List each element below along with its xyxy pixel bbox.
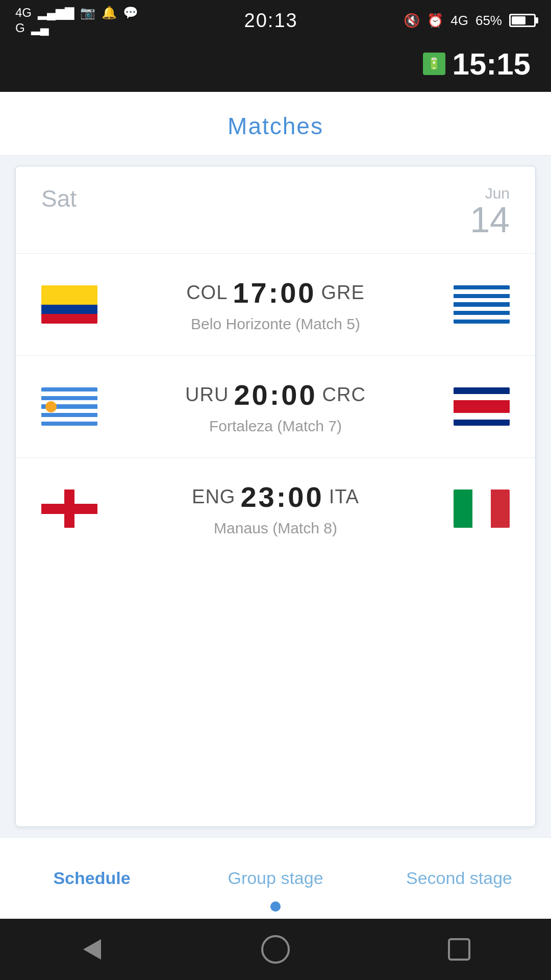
time-widget: 🔋 15:15 [0,41,551,92]
battery-percent: 65% [475,13,502,29]
system-nav [0,919,551,980]
team-left-code-1: COL [186,282,228,304]
match-row[interactable]: COL 17:00 GRE Belo Horizonte (Match 5) [16,254,535,356]
flag-greece [454,285,510,324]
team-right-code-2: CRC [322,384,366,406]
camera-icon: 📷 [80,6,95,20]
signal-icon-1: ▂▄▆▇ [38,6,74,20]
match-row[interactable]: URU 20:00 CRC Fortaleza (Match 7) [16,356,535,458]
nav-group-stage[interactable]: Group stage [184,858,367,898]
back-button[interactable] [74,932,110,967]
date-month-number: Jun 14 [470,185,510,238]
flag-colombia [41,285,97,324]
nav-second-stage[interactable]: Second stage [367,858,551,898]
match-venue-1: Belo Horizonte (Match 5) [108,315,443,333]
network-type-2: G [15,21,25,35]
network-type-right: 4G [450,13,468,29]
bottom-nav: Schedule Group stage Second stage [0,837,551,919]
page-title-bar: Matches [0,92,551,156]
status-bar: 4G ▂▄▆▇ 📷 🔔 💬 G ▂▄ 20:13 🔇 ⏰ 4G 65% [0,0,551,41]
date-day-name: Sat [41,185,77,212]
signal-icon-2: ▂▄ [31,21,49,35]
match-time-2: 20:00 [234,378,317,411]
matches-card: Sat Jun 14 COL 17:00 GRE B [15,166,536,827]
date-header: Sat Jun 14 [16,166,535,254]
network-type-1: 4G [15,6,32,20]
battery-widget-icon: 🔋 [423,53,445,75]
match-row[interactable]: ENG 23:00 ITA Manaus (Match 8) [16,458,535,559]
widget-time: 15:15 [453,46,531,82]
nav-indicator-dot [270,901,281,912]
date-number: 14 [470,200,510,240]
recent-button[interactable] [441,932,477,967]
app-content: Matches Sat Jun 14 COL 17: [0,92,551,837]
match-venue-3: Manaus (Match 8) [108,520,443,537]
battery-icon [509,14,536,27]
flag-costa-rica [454,387,510,426]
page-title: Matches [0,112,551,140]
alarm-icon: ⏰ [427,13,443,29]
status-right-icons: 🔇 ⏰ 4G 65% [404,13,536,29]
mute-icon: 🔇 [404,13,420,29]
flag-uruguay [41,387,97,426]
team-left-code-2: URU [185,384,229,406]
home-button[interactable] [258,932,293,967]
bell-icon: 🔔 [102,6,117,20]
flag-england [41,489,97,528]
status-network: 4G ▂▄▆▇ 📷 🔔 💬 G ▂▄ [15,6,138,35]
match-center-3: ENG 23:00 ITA Manaus (Match 8) [108,480,443,537]
chat-icon: 💬 [123,6,138,20]
match-time-1: 17:00 [233,276,316,309]
match-center-1: COL 17:00 GRE Belo Horizonte (Match 5) [108,276,443,333]
match-time-3: 23:00 [240,480,323,513]
flag-italy [454,489,510,528]
team-right-code-1: GRE [321,282,365,304]
match-venue-2: Fortaleza (Match 7) [108,418,443,435]
match-center-2: URU 20:00 CRC Fortaleza (Match 7) [108,378,443,435]
status-time: 20:13 [244,10,298,32]
team-left-code-3: ENG [192,486,235,508]
date-month: Jun [470,185,510,202]
team-right-code-3: ITA [329,486,359,508]
nav-schedule[interactable]: Schedule [0,858,184,898]
